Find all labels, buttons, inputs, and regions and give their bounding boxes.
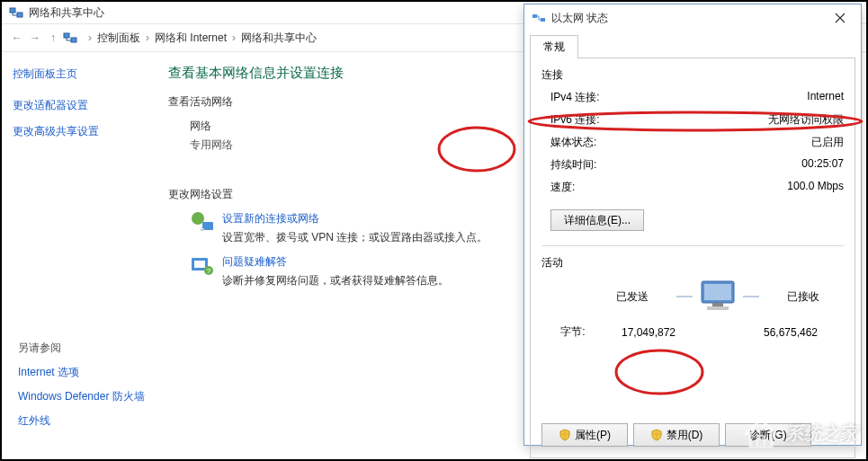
ipv6-value: 无网络访问权限 <box>768 112 844 128</box>
chevron-right-icon: › <box>146 31 149 44</box>
dialog-title-text: 以太网 状态 <box>551 11 608 26</box>
ethernet-status-dialog: 以太网 状态 常规 连接 IPv4 连接:Internet IPv6 连接:无网… <box>523 4 862 446</box>
troubleshoot-icon: ? <box>190 254 215 276</box>
recv-header: 已接收 <box>763 289 844 305</box>
sidebar-control-panel-home[interactable]: 控制面板主页 <box>13 66 148 82</box>
ipv6-label: IPv6 连接: <box>550 112 600 128</box>
ethernet-icon <box>532 11 546 25</box>
connection-group-label: 连接 <box>541 67 844 83</box>
ipv4-value: Internet <box>807 90 844 105</box>
divider <box>541 245 844 246</box>
close-button[interactable] <box>827 7 854 29</box>
svg-text:?: ? <box>207 267 211 275</box>
svg-rect-18 <box>712 303 723 306</box>
svg-rect-11 <box>194 261 205 268</box>
media-state-label: 媒体状态: <box>550 135 596 150</box>
breadcrumb-network-center[interactable]: 网络和共享中心 <box>241 31 317 46</box>
new-connection-link[interactable]: 设置新的连接或网络 <box>222 211 488 226</box>
details-button[interactable]: 详细信息(E)... <box>550 209 644 231</box>
related-title: 另请参阅 <box>18 341 145 356</box>
new-connection-icon <box>190 211 215 233</box>
shield-icon <box>559 429 571 441</box>
monitor-icon <box>696 279 739 314</box>
bytes-recv-value: 56,675,462 <box>738 326 844 339</box>
svg-rect-23 <box>757 436 765 447</box>
chevron-right-icon: › <box>232 31 236 44</box>
duration-label: 持续时间: <box>550 157 596 173</box>
chevron-right-icon: › <box>88 31 92 44</box>
related-internet-options[interactable]: Internet 选项 <box>18 365 145 380</box>
disable-button[interactable]: 禁用(D) <box>633 423 720 447</box>
svg-rect-0 <box>10 8 15 13</box>
sidebar: 控制面板主页 更改适配器设置 更改高级共享设置 另请参阅 Internet 选项… <box>2 52 159 459</box>
svg-rect-1 <box>17 13 22 17</box>
shield-icon <box>650 429 663 441</box>
new-connection-desc: 设置宽带、拨号或 VPN 连接；或设置路由器或接入点。 <box>222 230 488 245</box>
svg-rect-3 <box>71 38 76 42</box>
svg-rect-9 <box>201 228 204 231</box>
dialog-titlebar: 以太网 状态 <box>524 4 861 31</box>
related-section: 另请参阅 Internet 选项 Windows Defender 防火墙 红外… <box>18 341 145 438</box>
back-button[interactable]: ← <box>9 30 25 46</box>
svg-rect-17 <box>704 284 731 300</box>
troubleshoot-link[interactable]: 问题疑难解答 <box>222 254 449 270</box>
properties-button-text: 属性(P) <box>575 428 611 443</box>
bytes-label: 字节: <box>541 324 595 340</box>
watermark-text: 系统之家 <box>785 421 857 446</box>
dialog-content: 连接 IPv4 连接:Internet IPv6 连接:无网络访问权限 媒体状态… <box>530 58 855 458</box>
duration-value: 00:25:07 <box>801 157 844 173</box>
related-infrared[interactable]: 红外线 <box>18 413 145 429</box>
watermark: 系统之家 <box>742 416 857 450</box>
svg-rect-2 <box>64 33 69 38</box>
forward-button[interactable]: → <box>27 30 43 46</box>
svg-point-7 <box>192 212 204 225</box>
svg-rect-15 <box>541 18 545 22</box>
breadcrumb-control-panel[interactable]: 控制面板 <box>97 31 140 46</box>
disable-button-text: 禁用(D) <box>667 428 703 443</box>
related-defender-firewall[interactable]: Windows Defender 防火墙 <box>18 389 145 404</box>
sidebar-adapter-settings[interactable]: 更改适配器设置 <box>13 98 148 113</box>
speed-value: 100.0 Mbps <box>787 180 844 195</box>
up-button[interactable]: ↑ <box>45 30 61 46</box>
svg-rect-19 <box>707 306 729 310</box>
dash-icon <box>743 296 759 297</box>
dash-icon <box>676 296 693 297</box>
speed-label: 速度: <box>550 180 575 195</box>
sidebar-advanced-sharing[interactable]: 更改高级共享设置 <box>13 124 148 139</box>
svg-rect-14 <box>532 14 537 18</box>
ipv4-label: IPv4 连接: <box>550 90 600 105</box>
breadcrumb-network-internet[interactable]: 网络和 Internet <box>155 31 227 46</box>
network-icon <box>9 5 23 20</box>
properties-button[interactable]: 属性(P) <box>541 423 628 447</box>
activity-group-label: 活动 <box>541 255 844 270</box>
tab-general[interactable]: 常规 <box>530 35 578 58</box>
house-icon <box>742 416 780 450</box>
close-icon <box>835 13 846 23</box>
troubleshoot-desc: 诊断并修复网络问题，或者获得疑难解答信息。 <box>222 273 449 288</box>
network-icon <box>63 31 77 45</box>
sent-header: 已发送 <box>592 289 673 305</box>
main-title-text: 网络和共享中心 <box>29 5 104 21</box>
bytes-sent-value: 17,049,872 <box>595 326 702 339</box>
media-state-value: 已启用 <box>811 135 844 150</box>
